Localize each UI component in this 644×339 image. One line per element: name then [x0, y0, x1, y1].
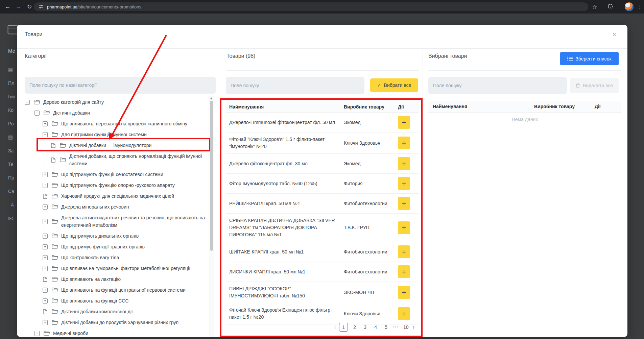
save-list-button[interactable]: Зберегти список — [560, 52, 619, 65]
add-product-button[interactable]: + — [398, 286, 410, 299]
profile-avatar[interactable] — [625, 2, 634, 11]
tree-item-label: Дієтичні добавки — [53, 109, 90, 117]
add-product-button[interactable]: + — [398, 197, 410, 210]
pagination-item[interactable]: 3 — [361, 324, 369, 330]
pagination-item[interactable]: 4 — [372, 324, 379, 330]
tree-item[interactable]: Дієтичні добавки комплексної дії — [43, 306, 216, 317]
expand-icon[interactable]: + — [43, 219, 48, 224]
tree-item[interactable]: + Джерела антиоксидантних речовин та реч… — [43, 212, 216, 231]
pagination-item[interactable]: 10 — [402, 324, 410, 330]
folder-icon — [52, 121, 58, 126]
tree-item[interactable]: Дієтичні добавки, що сприяють нормалізац… — [51, 151, 216, 169]
add-product-button[interactable]: + — [398, 265, 410, 278]
url-text[interactable]: pharmapoint.ua/site/announcements-promot… — [47, 4, 141, 9]
products-table-header: Найменування Виробник товару Дії — [226, 101, 419, 113]
browser-menu-icon[interactable]: ⋮ — [635, 0, 644, 14]
tree-item-label: Для підтримки функції імунної системи — [61, 131, 147, 138]
add-product-button[interactable]: + — [398, 177, 410, 190]
product-maker: Фитобиотехнологии — [344, 268, 395, 275]
tree-item[interactable]: Харчовий продукт для спеціальних медични… — [43, 191, 216, 201]
folder-icon — [52, 255, 58, 260]
modal-title: Товари — [25, 31, 42, 38]
collapse-icon[interactable]: − — [34, 111, 40, 116]
forward-icon[interactable]: → — [14, 0, 24, 14]
expand-icon[interactable]: + — [43, 172, 48, 177]
tree-item[interactable]: Дієтичні добавки — імуномодулятори — [51, 140, 216, 151]
tree-scrollbar[interactable] — [209, 96, 214, 337]
expand-icon[interactable]: + — [43, 288, 48, 293]
pagination-item[interactable]: ‹ — [334, 324, 336, 330]
tree-item[interactable]: + Що підтримує функції травних органів — [43, 241, 216, 252]
product-name: РЕЙШИ-КРАПЛІ крап. 50 мл №1 — [226, 200, 341, 207]
extensions-icon[interactable] — [605, 0, 615, 14]
tree-item-label: Що впливають на функції ССС — [61, 297, 129, 305]
trash-icon — [576, 83, 580, 88]
delete-all-button[interactable]: Видалити все — [570, 78, 619, 93]
site-info-icon[interactable] — [38, 4, 44, 9]
tree-item[interactable]: Що впливають на лактацію — [43, 274, 216, 285]
tree-item[interactable]: + Медичні вироби — [34, 328, 216, 337]
product-row: ШИЇТАКЕ-КРАПЛІ крап. 50 мл №1 Фитобиотех… — [226, 242, 419, 262]
categories-search-input[interactable]: Поле пошуку по назві категорії — [25, 77, 216, 94]
product-maker: Фитория — [344, 180, 395, 187]
collapse-icon[interactable]: − — [25, 100, 30, 105]
expand-icon[interactable]: + — [43, 320, 48, 325]
tree-item-label: Що впливають, переважно на процеси ткани… — [61, 120, 187, 127]
expand-icon[interactable]: + — [43, 266, 48, 271]
expand-icon[interactable]: + — [43, 183, 48, 188]
pagination-item[interactable]: › — [413, 324, 414, 330]
tree-item[interactable]: − Дерево категорій для сайту — [25, 97, 216, 107]
selected-search-input[interactable]: Поле пошуку — [428, 77, 567, 94]
bookmark-star-icon[interactable]: ☆ — [590, 0, 600, 14]
address-bar[interactable]: pharmapoint.ua/site/announcements-promot… — [34, 2, 588, 11]
scroll-up-icon[interactable] — [210, 97, 213, 99]
products-search-input[interactable]: Поле пошуку — [226, 77, 364, 94]
tree-item[interactable]: + Дієтичні добавки до продуктів харчуван… — [43, 317, 216, 328]
expand-icon[interactable]: + — [34, 331, 40, 336]
add-product-button[interactable]: + — [398, 221, 410, 234]
tree-item[interactable]: + Що підтримують функції сечостатевої си… — [43, 169, 216, 180]
tree-item[interactable]: − Для підтримки функції імунної системи — [43, 129, 216, 140]
tree-item[interactable]: + Що впливають на функції ССС — [43, 295, 216, 306]
folder-icon — [52, 266, 58, 271]
expand-icon[interactable]: + — [43, 255, 48, 260]
url-path: /site/announcements-promotions — [77, 4, 141, 9]
expand-icon[interactable]: + — [43, 244, 48, 249]
folder-icon — [52, 132, 58, 137]
tree-item-label: Що контролюють вагу тіла — [61, 254, 119, 261]
tree-item[interactable]: + Що впливають, переважно на процеси тка… — [43, 118, 216, 129]
pagination-item[interactable]: ••• — [393, 325, 399, 330]
folder-icon — [60, 143, 66, 148]
pagination-item[interactable]: 1 — [339, 323, 348, 332]
tree-item[interactable]: − Дієтичні добавки — [34, 107, 216, 118]
collapse-icon[interactable]: − — [43, 132, 48, 137]
tree-item-label: Що підтримують функцію опорно -рухового … — [61, 181, 175, 189]
expand-icon[interactable]: + — [43, 121, 48, 126]
add-product-button[interactable]: + — [398, 157, 410, 170]
folder-icon — [52, 204, 58, 209]
tree-item[interactable]: + Що підтримують дихальних органів — [43, 231, 216, 241]
back-icon[interactable]: ← — [3, 0, 13, 14]
column-name: Найменування — [226, 104, 341, 110]
select-all-button[interactable]: ✓ Вибрати все — [370, 78, 418, 92]
expand-icon[interactable]: + — [43, 234, 48, 239]
pagination-item[interactable]: 5 — [382, 324, 390, 330]
tree-item[interactable]: + Що впливають на функції центральної не… — [43, 285, 216, 295]
pagination-item[interactable]: 2 — [351, 324, 358, 330]
tree-item-label: Що підтримують дихальних органів — [61, 232, 139, 240]
scrollbar-thumb[interactable] — [210, 101, 213, 251]
folder-icon — [52, 298, 58, 303]
tree-item[interactable]: + Що впливає на гуморальні фактори метаб… — [43, 263, 216, 274]
add-product-button[interactable]: + — [398, 137, 410, 149]
tree-item[interactable]: + Що контролюють вагу тіла — [43, 252, 216, 263]
add-product-button[interactable]: + — [398, 245, 410, 258]
add-product-button[interactable]: + — [398, 116, 410, 129]
expand-icon[interactable]: + — [43, 298, 48, 304]
expand-icon[interactable]: + — [43, 204, 48, 210]
tree-item[interactable]: + Що підтримують функцію опорно -руховог… — [43, 180, 216, 191]
reload-icon[interactable]: ↻ — [24, 0, 34, 14]
document-icon — [43, 309, 48, 314]
folder-icon — [52, 277, 58, 282]
tree-item-label: Дієтичні добавки комплексної дії — [61, 308, 133, 315]
tree-item[interactable]: + Джерела мінеральних речовин — [43, 201, 216, 212]
